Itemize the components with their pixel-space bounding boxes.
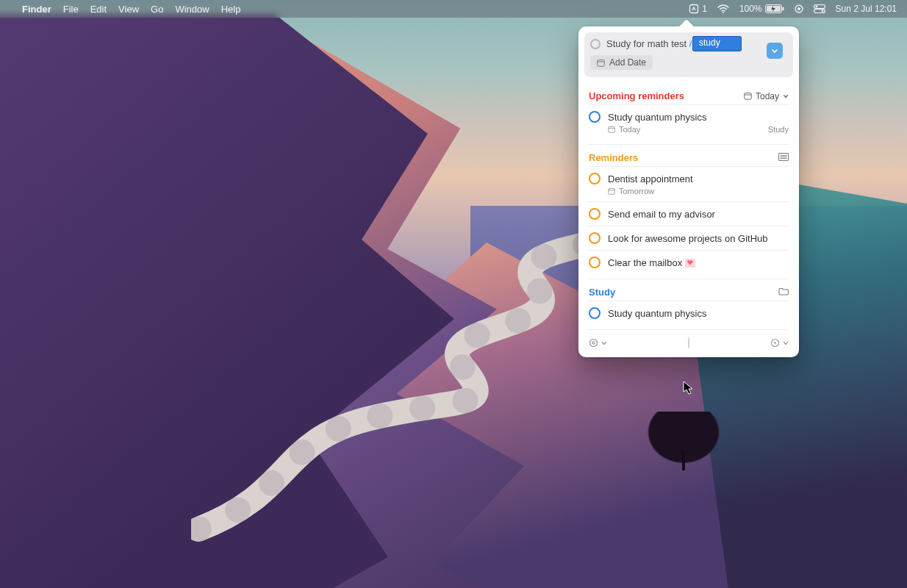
section-study: Study Study quantum physics [578,279,799,329]
reminder-ring-icon[interactable] [589,173,601,184]
reminder-title: Study quantum physics [608,112,706,123]
footer-center-button[interactable] [688,337,689,348]
mouse-cursor-icon [683,381,696,394]
menubar-app[interactable]: Finder [22,4,51,15]
folder-icon[interactable] [778,287,789,298]
add-date-label: Add Date [609,57,646,68]
reminder-item[interactable]: Study quantum physics Today Study [589,104,789,140]
menu-go[interactable]: Go [151,4,163,15]
chevron-down-icon [601,340,607,346]
battery-percent: 100% [739,4,762,14]
chevron-down-icon [783,93,789,99]
menubar-extra-app-icon[interactable]: 1 [689,4,707,14]
footer-more-button[interactable] [770,338,789,348]
wifi-icon[interactable] [717,4,729,13]
autocomplete-suggestion[interactable]: study [693,37,741,51]
svg-rect-11 [598,60,604,66]
popover-footer [578,330,799,357]
compose-expand-button[interactable] [767,43,783,59]
reminder-item[interactable]: Look for awesome projects on GitHub [589,226,789,250]
reminder-title: Dentist appointment [608,173,693,184]
compose-typed-text: Study for math test [606,38,689,49]
reminder-title: Look for awesome projects on GitHub [608,233,768,244]
menu-help[interactable]: Help [221,4,241,15]
calendar-icon [608,126,615,133]
menubar-extra-count: 1 [702,4,707,14]
menu-file[interactable]: File [63,4,79,15]
reminder-title: Study quantum physics [608,308,706,319]
add-date-chip[interactable]: Add Date [590,55,653,70]
list-icon[interactable] [778,152,789,163]
circle-icon [688,337,689,349]
reminder-ring-icon[interactable] [589,257,601,268]
reminder-title: Clear the mailbox [608,257,695,268]
reminder-ring-icon[interactable] [589,307,601,319]
menubar: Finder File Edit View Go Window Help 1 1… [0,0,907,18]
reminder-item[interactable]: Dentist appointment Tomorrow [589,166,789,201]
reminder-subtag: Study [768,125,789,134]
menu-view[interactable]: View [118,4,139,15]
svg-rect-4 [782,7,784,11]
svg-point-6 [797,7,800,10]
filter-today-label: Today [756,91,779,101]
calendar-icon [608,187,615,195]
compose-area: Study for math test /study study Add Dat… [584,32,793,77]
svg-rect-21 [609,188,615,194]
menu-window[interactable]: Window [175,4,209,15]
reminder-item[interactable]: Send email to my advisor [589,201,789,226]
svg-rect-0 [690,5,698,13]
svg-point-9 [815,6,817,8]
gear-icon [589,338,598,348]
menubar-datetime[interactable]: Sun 2 Jul 12:01 [836,4,897,14]
reminder-ring-icon[interactable] [589,232,601,244]
control-center-icon[interactable] [814,4,825,13]
battery-status[interactable]: 100% [739,4,784,14]
reminder-title: Send email to my advisor [608,209,715,220]
reminder-subdate: Tomorrow [608,187,654,196]
section-title-upcoming: Upcoming reminders [589,90,684,101]
svg-rect-13 [745,93,751,100]
svg-point-1 [723,12,724,13]
calendar-icon [597,59,605,67]
menubar-dot-icon[interactable] [795,4,803,13]
section-upcoming: Upcoming reminders Today Study quantum p… [578,83,799,144]
reminder-item[interactable]: Clear the mailbox [589,250,789,274]
reminder-item[interactable]: Study quantum physics [589,301,789,325]
section-title-reminders: Reminders [589,152,638,163]
play-circle-icon [770,338,780,348]
svg-rect-15 [609,126,615,132]
filter-today[interactable]: Today [744,91,789,101]
reminders-popover: Study for math test /study study Add Dat… [578,26,799,357]
heart-icon [685,259,695,268]
reminder-ring-icon[interactable] [589,208,601,220]
calendar-icon [744,92,752,100]
compose-bullet-icon [590,39,601,49]
section-reminders: Reminders Dentist appointment Tomorrow [578,145,799,279]
svg-point-10 [821,10,823,12]
menu-edit[interactable]: Edit [90,4,107,15]
svg-point-23 [590,340,598,347]
reminder-ring-icon[interactable] [589,111,601,123]
chevron-down-icon [783,340,789,346]
svg-point-24 [592,342,595,344]
reminder-subdate: Today [608,125,640,134]
footer-settings-button[interactable] [589,338,607,348]
section-title-study: Study [589,287,615,298]
